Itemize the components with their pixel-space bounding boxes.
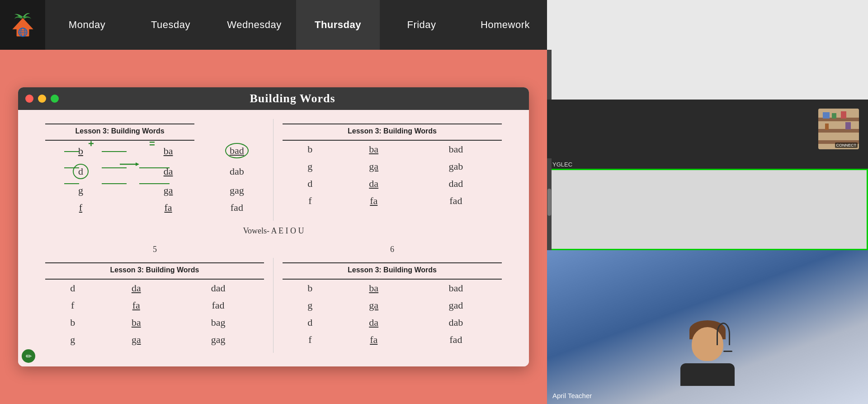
teacher-body bbox=[680, 363, 735, 386]
yglec-video-panel bbox=[547, 169, 868, 250]
page-num-5: 5 bbox=[36, 245, 274, 254]
cell: dab bbox=[210, 161, 264, 182]
logo-area[interactable] bbox=[0, 0, 45, 50]
table-row: d da dad bbox=[283, 175, 502, 192]
lesson-section-3: Lesson 3: Building Words d da dad f bbox=[36, 258, 274, 353]
lesson-table-4: Lesson 3: Building Words b ba bad g bbox=[283, 262, 502, 348]
cell: g bbox=[283, 158, 338, 175]
logo-icon bbox=[8, 10, 38, 40]
teacher-bg bbox=[547, 250, 868, 404]
svg-rect-26 bbox=[825, 124, 829, 130]
cell: bad bbox=[410, 279, 502, 297]
cell: ba bbox=[338, 140, 410, 158]
content-area: Building Words Lesson 3: Building Words bbox=[0, 50, 547, 404]
cell bbox=[116, 199, 142, 216]
lesson-table-3: Lesson 3: Building Words d da dad f bbox=[45, 262, 264, 348]
cell-bad: bad bbox=[210, 140, 264, 161]
teacher-video-panel: April Teacher bbox=[547, 250, 868, 404]
lessons-bottom-grid: Lesson 3: Building Words d da dad f bbox=[36, 258, 511, 353]
cell: ga bbox=[100, 331, 172, 348]
nav-wednesday[interactable]: Wednesday bbox=[212, 0, 296, 50]
table-row: b ba bad bbox=[45, 140, 264, 161]
teacher-face bbox=[692, 327, 723, 361]
lesson-table-2: Lesson 3: Building Words b ba bad g bbox=[283, 124, 502, 209]
table-row: b ba bad bbox=[283, 279, 502, 297]
cell: fad bbox=[210, 199, 264, 216]
table-row: f fa fad bbox=[283, 331, 502, 348]
teacher-name-label: April Teacher bbox=[552, 392, 592, 399]
cell bbox=[194, 182, 210, 199]
lesson-table-1: Lesson 3: Building Words b ba bbox=[45, 124, 264, 216]
table-row: g ga gad bbox=[283, 297, 502, 314]
cell: fa bbox=[338, 192, 410, 209]
cell: g bbox=[283, 297, 338, 314]
browser-minimize-btn[interactable] bbox=[38, 95, 46, 103]
cell: gad bbox=[410, 297, 502, 314]
svg-rect-27 bbox=[845, 122, 851, 129]
cell: ga bbox=[338, 297, 410, 314]
teacher-headset bbox=[717, 323, 730, 345]
cell: dad bbox=[410, 175, 502, 192]
lesson-section-2: Lesson 3: Building Words b ba bad g bbox=[274, 119, 511, 221]
cell bbox=[116, 140, 142, 161]
cell: da bbox=[338, 175, 410, 192]
lessons-top-grid: Lesson 3: Building Words b ba bbox=[36, 119, 511, 221]
table-row: d da dab bbox=[283, 314, 502, 331]
lesson1-header: Lesson 3: Building Words bbox=[45, 124, 194, 140]
cell: f bbox=[45, 199, 116, 216]
nav-monday[interactable]: Monday bbox=[45, 0, 129, 50]
cell: gag bbox=[210, 182, 264, 199]
cell: ba bbox=[100, 314, 172, 331]
teacher-head-container bbox=[689, 320, 726, 361]
pencil-edit-icon[interactable]: ✏ bbox=[22, 349, 35, 363]
teacher-figure bbox=[680, 320, 735, 386]
cell: bag bbox=[172, 314, 264, 331]
browser-close-btn[interactable] bbox=[25, 95, 33, 103]
cell: d bbox=[283, 175, 338, 192]
browser-maximize-btn[interactable] bbox=[51, 95, 59, 103]
lesson4-header: Lesson 3: Building Words bbox=[283, 263, 502, 279]
cell: da bbox=[142, 161, 194, 182]
lesson-section-1: Lesson 3: Building Words b ba bbox=[36, 119, 274, 221]
cell: da bbox=[338, 314, 410, 331]
cell bbox=[116, 182, 142, 199]
lesson-section-4: Lesson 3: Building Words b ba bad g bbox=[274, 258, 511, 353]
cell: d bbox=[283, 314, 338, 331]
table-row: b ba bag bbox=[45, 314, 264, 331]
table-row: g ga gag bbox=[45, 182, 264, 199]
cell: d bbox=[45, 161, 116, 182]
cell: b bbox=[45, 314, 100, 331]
yglec-label: YGLEC bbox=[547, 158, 868, 169]
top-navigation: Monday Tuesday Wednesday Thursday Friday… bbox=[0, 0, 547, 50]
teacher-mic bbox=[723, 351, 732, 352]
cell: fa bbox=[100, 297, 172, 314]
cell bbox=[194, 199, 210, 216]
cell: ba bbox=[338, 279, 410, 297]
right-sidebar: CONNECT YGLEC bbox=[547, 0, 868, 404]
cell bbox=[194, 161, 210, 182]
cell: fad bbox=[410, 192, 502, 209]
table-row: f fa fad bbox=[45, 199, 264, 216]
participant-panel: CONNECT bbox=[547, 100, 868, 158]
participant-thumb-label: CONNECT bbox=[835, 143, 858, 148]
cell: fad bbox=[172, 297, 264, 314]
nav-homework[interactable]: Homework bbox=[463, 0, 547, 50]
cell: ga bbox=[338, 158, 410, 175]
browser-window: Building Words Lesson 3: Building Words bbox=[18, 87, 529, 366]
cell: fa bbox=[142, 199, 194, 216]
svg-rect-21 bbox=[818, 129, 859, 133]
browser-titlebar: Building Words bbox=[18, 87, 529, 110]
svg-marker-1 bbox=[12, 18, 33, 29]
lesson-content: Lesson 3: Building Words b ba bbox=[18, 110, 529, 366]
nav-tuesday[interactable]: Tuesday bbox=[129, 0, 212, 50]
table-row: d da dad bbox=[45, 279, 264, 297]
cell: b bbox=[283, 279, 338, 297]
cell: fa bbox=[338, 331, 410, 348]
nav-thursday[interactable]: Thursday bbox=[296, 0, 380, 50]
page-num-6: 6 bbox=[274, 245, 511, 254]
table-row: b ba bad bbox=[283, 140, 502, 158]
cell: ba bbox=[142, 140, 194, 161]
cell: g bbox=[45, 182, 116, 199]
nav-friday[interactable]: Friday bbox=[380, 0, 463, 50]
cell bbox=[194, 140, 210, 161]
